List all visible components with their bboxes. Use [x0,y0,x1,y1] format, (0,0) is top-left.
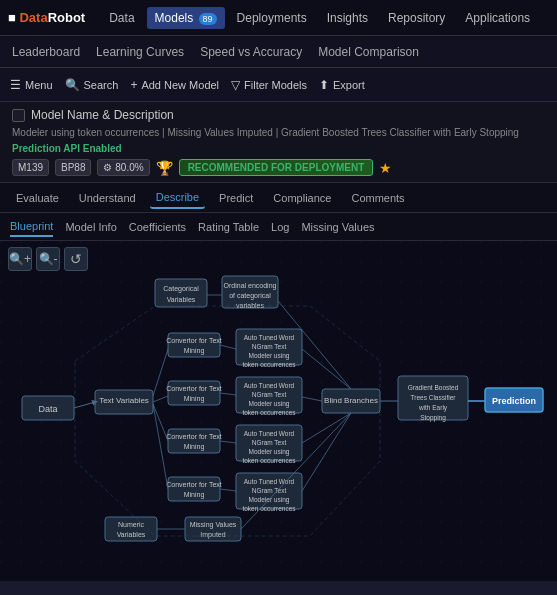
model-tags: M139 BP88 ⚙ 80.0% 🏆 RECOMMENDED FOR DEPL… [12,159,545,176]
svg-text:Modeler using: Modeler using [249,400,290,408]
tab-rating-table[interactable]: Rating Table [198,218,259,236]
svg-text:NGram Text: NGram Text [252,487,287,494]
export-label: Export [333,79,365,91]
tab-understand[interactable]: Understand [73,188,142,208]
svg-text:Convertor for Text: Convertor for Text [166,481,222,488]
export-button[interactable]: ⬆ Export [319,78,365,92]
model-tag-score: ⚙ 80.0% [97,159,149,176]
svg-text:Mining: Mining [184,491,205,499]
svg-text:Auto Tuned Word: Auto Tuned Word [244,430,295,437]
model-name-label: Model Name & Description [31,108,174,122]
blueprint-tabs: Blueprint Model Info Coefficients Rating… [0,213,557,241]
tab-evaluate[interactable]: Evaluate [10,188,65,208]
svg-text:Variables: Variables [117,531,146,538]
add-model-button[interactable]: + Add New Model [130,78,219,92]
sub-navigation: Leaderboard Learning Curves Speed vs Acc… [0,36,557,68]
svg-text:Mining: Mining [184,443,205,451]
svg-text:NGram Text: NGram Text [252,343,287,350]
nav-data[interactable]: Data [101,7,142,29]
nav-insights[interactable]: Insights [319,7,376,29]
svg-text:Prediction: Prediction [492,396,536,406]
svg-text:Imputed: Imputed [200,531,225,539]
nav-repository[interactable]: Repository [380,7,453,29]
search-label: Search [84,79,119,91]
blueprint-toolbar: 🔍+ 🔍- ↺ [8,247,88,271]
svg-text:Auto Tuned Word: Auto Tuned Word [244,334,295,341]
tab-missing-values[interactable]: Missing Values [301,218,374,236]
filter-icon: ▽ [231,78,240,92]
subnav-leaderboard[interactable]: Leaderboard [12,45,80,59]
svg-text:Gradient Boosted: Gradient Boosted [408,384,459,391]
svg-text:Modeler using: Modeler using [249,448,290,456]
menu-button[interactable]: ☰ Menu [10,78,53,92]
svg-text:token occurrences: token occurrences [242,457,296,464]
tab-compliance[interactable]: Compliance [267,188,337,208]
recommended-label: RECOMMENDED FOR DEPLOYMENT [188,162,365,173]
svg-text:Missing Values: Missing Values [190,521,237,529]
svg-text:Variables: Variables [167,296,196,303]
tab-describe[interactable]: Describe [150,187,205,209]
add-model-label: Add New Model [141,79,219,91]
export-icon: ⬆ [319,78,329,92]
svg-text:token occurrences: token occurrences [242,505,296,512]
top-navigation: ■ DataRobot Data Models 89 Deployments I… [0,0,557,36]
search-button[interactable]: 🔍 Search [65,78,119,92]
logo: ■ DataRobot [8,10,85,25]
search-icon: 🔍 [65,78,80,92]
trophy-icon: 🏆 [156,160,173,176]
filter-button[interactable]: ▽ Filter Models [231,78,307,92]
tab-blueprint[interactable]: Blueprint [10,217,53,237]
model-description: Modeler using token occurrences | Missin… [12,126,545,139]
svg-text:Convertor for Text: Convertor for Text [166,385,222,392]
svg-text:Convertor for Text: Convertor for Text [166,337,222,344]
toolbar: ☰ Menu 🔍 Search + Add New Model ▽ Filter… [0,68,557,102]
reset-button[interactable]: ↺ [64,247,88,271]
model-tag-bp: BP88 [55,159,91,176]
svg-text:Stopping: Stopping [420,414,446,422]
logo-text: ■ DataRobot [8,10,85,25]
tab-predict[interactable]: Predict [213,188,259,208]
model-header-row: Model Name & Description [12,108,545,122]
svg-text:Mining: Mining [184,395,205,403]
svg-text:Categorical: Categorical [163,285,199,293]
zoom-out-button[interactable]: 🔍- [36,247,60,271]
blueprint-canvas: 🔍+ 🔍- ↺ Data Text Variables Categorical … [0,241,557,581]
recommended-badge: RECOMMENDED FOR DEPLOYMENT [179,159,374,176]
svg-text:Trees Classifier: Trees Classifier [411,394,457,401]
subnav-model-comparison[interactable]: Model Comparison [318,45,419,59]
svg-text:Ordinal encoding: Ordinal encoding [224,282,277,290]
subnav-learning-curves[interactable]: Learning Curves [96,45,184,59]
svg-text:of categorical: of categorical [229,292,271,300]
tab-comments[interactable]: Comments [345,188,410,208]
menu-label: Menu [25,79,53,91]
blueprint-diagram: Data Text Variables Categorical Variable… [0,241,557,581]
svg-text:Mining: Mining [184,347,205,355]
tab-model-info[interactable]: Model Info [65,218,116,236]
svg-text:Text Variables: Text Variables [99,396,149,405]
tab-log[interactable]: Log [271,218,289,236]
star-icon[interactable]: ★ [379,160,392,176]
svg-text:Blind Branches: Blind Branches [324,396,378,405]
model-checkbox[interactable] [12,109,25,122]
menu-icon: ☰ [10,78,21,92]
tab-coefficients[interactable]: Coefficients [129,218,186,236]
nav-items: Data Models 89 Deployments Insights Repo… [101,7,549,29]
svg-text:Numeric: Numeric [118,521,145,528]
eval-tabs: Evaluate Understand Describe Predict Com… [0,183,557,213]
zoom-in-button[interactable]: 🔍+ [8,247,32,271]
api-badge: Prediction API Enabled [12,143,545,154]
svg-text:Auto Tuned Word: Auto Tuned Word [244,478,295,485]
plus-icon: + [130,78,137,92]
svg-text:token occurrences: token occurrences [242,409,296,416]
nav-applications[interactable]: Applications [457,7,538,29]
filter-label: Filter Models [244,79,307,91]
nav-deployments[interactable]: Deployments [229,7,315,29]
model-tag-id: M139 [12,159,49,176]
svg-text:Convertor for Text: Convertor for Text [166,433,222,440]
nav-models[interactable]: Models 89 [147,7,225,29]
models-badge: 89 [199,13,217,25]
subnav-speed-accuracy[interactable]: Speed vs Accuracy [200,45,302,59]
svg-text:token occurrences: token occurrences [242,361,296,368]
model-card: Model Name & Description Modeler using t… [0,102,557,183]
svg-text:Modeler using: Modeler using [249,496,290,504]
